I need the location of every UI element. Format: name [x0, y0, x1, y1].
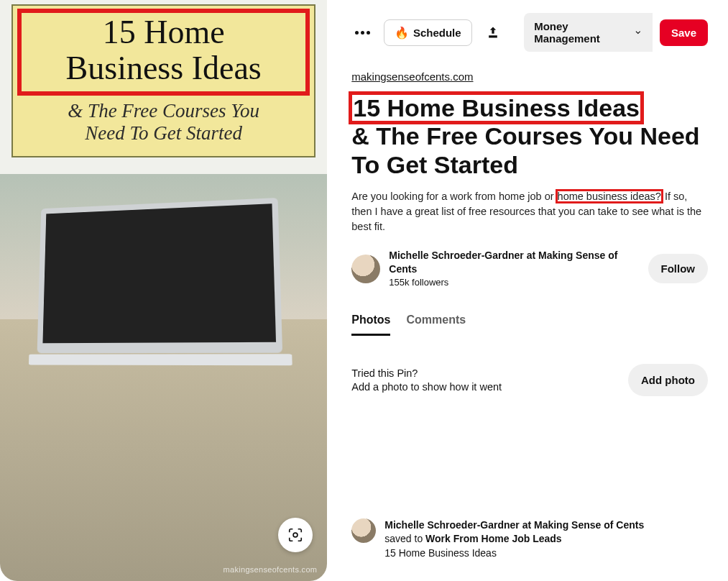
- ellipsis-icon: [355, 31, 370, 35]
- title-rest: & The Free Courses You Need To Get Start…: [351, 122, 699, 178]
- author-meta: Michelle Schroeder-Gardner at Making Sen…: [389, 249, 639, 288]
- tab-photos[interactable]: Photos: [351, 314, 390, 336]
- add-photo-label: Add photo: [641, 374, 695, 386]
- author-name[interactable]: Michelle Schroeder-Gardner at Making Sen…: [389, 249, 639, 275]
- toolbar: 🔥 Schedule Money Management Save: [351, 13, 708, 52]
- board-selector[interactable]: Money Management: [524, 13, 653, 52]
- saved-by-line: Michelle Schroeder-Gardner at Making Sen…: [384, 518, 644, 533]
- tried-section: Tried this Pin? Add a photo to show how …: [351, 364, 708, 396]
- chevron-down-icon: [634, 27, 642, 37]
- svg-point-0: [293, 533, 298, 537]
- tailwind-icon: 🔥: [395, 26, 409, 40]
- author-avatar[interactable]: [351, 255, 380, 283]
- pin-watermark: makingsenseofcents.com: [224, 565, 318, 574]
- saver-avatar[interactable]: [351, 518, 376, 543]
- desc-pre: Are you looking for a work from home job…: [351, 191, 556, 202]
- pin-headline: 15 Home Business Ideas: [26, 14, 301, 86]
- board-name: Money Management: [534, 20, 619, 45]
- laptop-illustration: [37, 198, 283, 353]
- tab-comments[interactable]: Comments: [406, 314, 466, 336]
- visual-search-button[interactable]: [278, 518, 313, 552]
- saver-name[interactable]: Michelle Schroeder-Gardner at Making Sen…: [384, 519, 644, 531]
- pin-subline: & The Free Courses You Need To Get Start…: [17, 100, 310, 145]
- saved-prefix: saved to: [384, 533, 425, 544]
- author-followers: 155k followers: [389, 277, 639, 289]
- more-options-button[interactable]: [351, 19, 374, 45]
- detail-tabs: Photos Comments: [351, 314, 708, 336]
- save-label: Save: [671, 27, 696, 39]
- tried-question: Tried this Pin?: [351, 367, 618, 379]
- source-link[interactable]: makingsenseofcents.com: [351, 70, 473, 83]
- follow-button[interactable]: Follow: [648, 254, 709, 283]
- schedule-button[interactable]: 🔥 Schedule: [384, 19, 472, 46]
- pin-detail-panel: 🔥 Schedule Money Management Save makings…: [327, 0, 728, 581]
- saved-board[interactable]: Work From Home Job Leads: [425, 533, 562, 544]
- headline-highlight-box: 15 Home Business Ideas: [17, 9, 310, 96]
- pin-image[interactable]: 15 Home Business Ideas & The Free Course…: [0, 0, 327, 581]
- tried-hint: Add a photo to show how it went: [351, 381, 618, 393]
- schedule-label: Schedule: [413, 27, 461, 39]
- author-row: Michelle Schroeder-Gardner at Making Sen…: [351, 249, 708, 288]
- saved-to-line: saved to Work From Home Job Leads: [384, 532, 644, 546]
- pin-title: 15 Home Business Ideas & The Free Course…: [351, 94, 708, 179]
- saved-by-row: Michelle Schroeder-Gardner at Making Sen…: [351, 518, 708, 561]
- share-button[interactable]: [482, 19, 504, 45]
- pin-description: Are you looking for a work from home job…: [351, 189, 708, 234]
- title-highlight: 15 Home Business Ideas: [351, 94, 641, 122]
- add-photo-button[interactable]: Add photo: [628, 364, 708, 396]
- save-button[interactable]: Save: [660, 19, 708, 46]
- saved-subtitle: 15 Home Business Ideas: [384, 546, 644, 561]
- desc-highlight: home business ideas?: [557, 191, 662, 202]
- lens-icon: [287, 527, 303, 543]
- pin-text-overlay: 15 Home Business Ideas & The Free Course…: [11, 4, 315, 157]
- share-icon: [486, 25, 500, 40]
- follow-label: Follow: [661, 262, 696, 275]
